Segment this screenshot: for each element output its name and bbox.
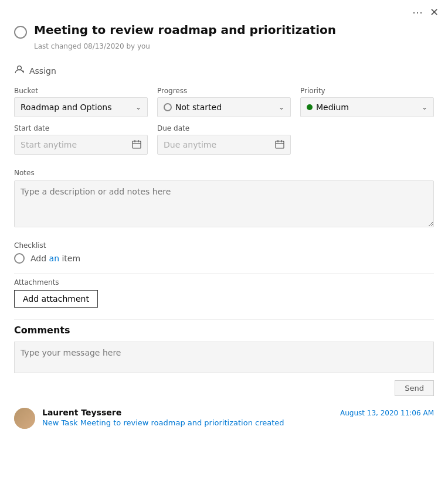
priority-select[interactable]: Medium ⌄	[300, 97, 434, 117]
progress-select-inner: Not started	[164, 103, 222, 112]
progress-select[interactable]: Not started ⌄	[157, 97, 291, 117]
avatar	[14, 408, 35, 429]
checklist-add-link[interactable]: an	[49, 254, 59, 263]
progress-label: Progress	[157, 87, 291, 95]
progress-chevron-icon: ⌄	[279, 103, 284, 111]
start-date-label: Start date	[14, 124, 148, 132]
notes-label: Notes	[14, 169, 434, 177]
comments-section: Comments Send Laurent Teyssere August 13…	[0, 320, 448, 443]
more-options-icon[interactable]: ⋯	[412, 7, 423, 18]
due-date-label: Due date	[157, 124, 291, 132]
due-date-calendar-icon	[275, 139, 284, 151]
bucket-field: Bucket Roadmap and Options ⌄	[14, 87, 148, 117]
bucket-label: Bucket	[14, 87, 148, 95]
checklist-add-row[interactable]: Add an item	[14, 253, 434, 264]
bucket-select[interactable]: Roadmap and Options ⌄	[14, 97, 148, 117]
comments-heading: Comments	[14, 325, 434, 336]
due-date-placeholder: Due anytime	[164, 140, 216, 149]
comment-header: Laurent Teyssere August 13, 2020 11:06 A…	[42, 408, 434, 417]
comment-text: New Task Meeting to review roadmap and p…	[42, 418, 434, 427]
checklist-add-circle-icon	[14, 253, 25, 264]
assign-label: Assign	[29, 66, 56, 76]
task-complete-circle[interactable]	[14, 26, 27, 39]
comment-body: Laurent Teyssere August 13, 2020 11:06 A…	[42, 408, 434, 429]
avatar-image	[14, 408, 35, 429]
checklist-label: Checklist	[14, 241, 434, 250]
comments-input[interactable]	[14, 342, 434, 373]
start-date-calendar-icon	[132, 139, 141, 151]
checklist-add-suffix: item	[59, 254, 80, 263]
comment-entry: Laurent Teyssere August 13, 2020 11:06 A…	[14, 408, 434, 438]
priority-chevron-icon: ⌄	[422, 103, 427, 111]
progress-value: Not started	[175, 103, 222, 112]
top-bar: ⋯ ✕	[0, 0, 448, 22]
assign-person-icon	[14, 64, 25, 77]
svg-rect-7	[276, 141, 284, 148]
fields-row-1: Bucket Roadmap and Options ⌄ Progress No…	[14, 87, 434, 117]
due-date-field: Due date Due anytime	[157, 124, 291, 155]
fields-section: Bucket Roadmap and Options ⌄ Progress No…	[0, 87, 448, 155]
notes-textarea[interactable]	[14, 180, 434, 227]
attachments-label: Attachments	[14, 278, 434, 286]
attachments-section: Attachments Add attachment	[0, 274, 448, 319]
progress-circle-icon	[164, 103, 172, 111]
comment-timestamp: August 13, 2020 11:06 AM	[340, 409, 434, 417]
close-icon[interactable]: ✕	[430, 7, 439, 18]
priority-field: Priority Medium ⌄	[300, 87, 434, 117]
send-row: Send	[14, 380, 434, 396]
task-meta: Last changed 08/13/2020 by you	[0, 41, 448, 60]
commenter-name: Laurent Teyssere	[42, 408, 121, 417]
bucket-chevron-icon: ⌄	[135, 103, 141, 111]
checklist-add-prefix: Add	[30, 254, 49, 263]
priority-select-inner: Medium	[307, 103, 349, 112]
due-date-input[interactable]: Due anytime	[157, 135, 291, 155]
priority-label: Priority	[300, 87, 434, 95]
start-date-field: Start date Start anytime	[14, 124, 148, 155]
bucket-value: Roadmap and Options	[21, 103, 112, 112]
svg-rect-3	[133, 141, 141, 148]
start-date-placeholder: Start anytime	[21, 140, 77, 149]
priority-value: Medium	[316, 103, 349, 112]
notes-section: Notes	[0, 162, 448, 237]
task-title: Meeting to review roadmap and prioritiza…	[34, 22, 336, 37]
assign-row[interactable]: Assign	[0, 60, 448, 87]
add-attachment-button[interactable]: Add attachment	[14, 290, 98, 308]
fields-row-2: Start date Start anytime Due date Due an…	[14, 124, 434, 155]
progress-field: Progress Not started ⌄	[157, 87, 291, 117]
send-button[interactable]: Send	[395, 380, 434, 396]
task-header: Meeting to review roadmap and prioritiza…	[0, 22, 448, 41]
checklist-add-text: Add an item	[30, 254, 80, 263]
checklist-section: Checklist Add an item	[0, 237, 448, 273]
start-date-input[interactable]: Start anytime	[14, 135, 148, 155]
task-last-changed: Last changed 08/13/2020 by you	[34, 42, 150, 50]
priority-dot-icon	[307, 104, 313, 110]
